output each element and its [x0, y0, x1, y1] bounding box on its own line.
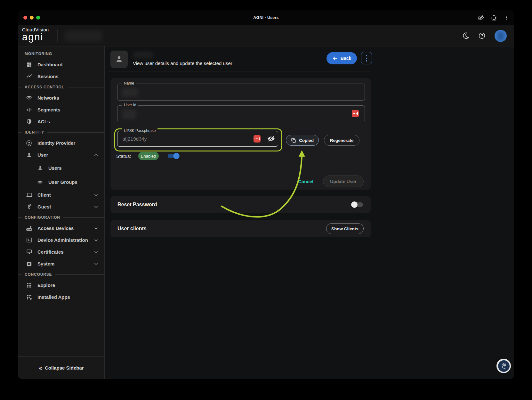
chevron-down-icon: [93, 204, 99, 209]
user-name-redacted: [133, 52, 153, 58]
dashboard-icon: [26, 61, 32, 68]
sidebar-item-networks[interactable]: Networks: [18, 92, 104, 104]
apps-grid-icon: [26, 282, 32, 289]
status-label: Status:: [116, 153, 131, 159]
sidebar-item-client[interactable]: Client: [18, 189, 104, 201]
close-window-button[interactable]: [23, 16, 27, 20]
identity-provider-icon: [26, 140, 32, 146]
collapse-sidebar-button[interactable]: « Collapse Sidebar: [18, 356, 104, 379]
sidebar-item-acls[interactable]: ACLs: [18, 116, 104, 127]
collapse-icon: «: [39, 364, 42, 371]
org-name-redacted: [65, 31, 102, 41]
password-manager-icon[interactable]: [254, 135, 261, 143]
sidebar-item-device-administration[interactable]: Device Administration: [18, 234, 104, 246]
page-subtitle: View user details and update the selecte…: [133, 61, 232, 66]
avatar-redacted: [497, 32, 504, 40]
copied-button[interactable]: Copied: [286, 135, 319, 146]
sidebar-item-identity-provider[interactable]: Identity Provider: [18, 137, 104, 149]
regenerate-button[interactable]: Regenerate: [324, 135, 359, 146]
update-user-button[interactable]: Update User: [323, 176, 364, 187]
window-title: AGNI - Users: [18, 15, 514, 20]
user-id-field[interactable]: User Id: [117, 105, 365, 122]
traffic-lights: [23, 16, 40, 20]
sidebar-item-dashboard[interactable]: Dashboard: [18, 59, 104, 70]
laptop-icon: [26, 192, 32, 198]
sidebar-item-explore[interactable]: Explore: [18, 279, 104, 291]
chevron-down-icon: [93, 249, 99, 255]
maximize-window-button[interactable]: [36, 16, 40, 20]
sidebar-item-certificates[interactable]: Certificates: [18, 246, 104, 258]
upsk-value: sfj219d34y: [123, 131, 147, 146]
sidebar-item-access-devices[interactable]: Access Devices: [18, 222, 104, 234]
chevron-down-icon: [93, 192, 99, 198]
status-row: Status: Enabled: [116, 152, 179, 160]
user-details-card: Name User Id UPSK Passphrase sfj219d34y …: [110, 78, 371, 190]
sidebar-item-sessions[interactable]: Sessions: [18, 70, 104, 82]
status-badge: Enabled: [138, 152, 159, 160]
more-options-button[interactable]: [361, 52, 372, 64]
brand-line2: agni: [22, 32, 49, 42]
more-options-icon: [366, 55, 367, 61]
main-content: View user details and update the selecte…: [105, 46, 514, 379]
sidebar-section-configuration: CONFIGURATION: [18, 213, 104, 222]
brand-separator: [58, 29, 58, 42]
assistant-badge-icon[interactable]: [496, 359, 511, 373]
app-header: CloudVision agni: [18, 25, 514, 46]
cancel-button[interactable]: Cancel: [298, 179, 313, 184]
reset-password-label: Reset Password: [117, 202, 157, 208]
shield-icon: [26, 118, 32, 125]
user-icon: [26, 152, 32, 158]
hide-eye-icon[interactable]: [478, 14, 484, 21]
user-clients-card: User clients Show Clients: [110, 220, 371, 237]
moon-icon[interactable]: [462, 32, 469, 39]
router-icon: [26, 225, 32, 232]
extensions-icon[interactable]: [491, 15, 497, 21]
sidebar-section-identity: IDENTITY: [18, 127, 104, 137]
status-toggle[interactable]: [167, 152, 179, 160]
user-icon: [37, 165, 43, 171]
minimize-window-button[interactable]: [30, 16, 34, 20]
cloudvision-agni-logo: CloudVision agni: [22, 27, 49, 42]
password-manager-icon[interactable]: [352, 110, 359, 117]
sidebar-section-access-control: ACCESS CONTROL: [18, 82, 104, 92]
sidebar-section-monitoring: MONITORING: [18, 49, 104, 59]
chevron-down-icon: [93, 261, 99, 266]
back-arrow-icon: [332, 55, 338, 61]
browser-titlebar: AGNI - Users: [18, 10, 514, 25]
name-field[interactable]: Name: [117, 84, 365, 101]
chevron-down-icon: [93, 238, 99, 243]
show-clients-button[interactable]: Show Clients: [326, 223, 364, 234]
back-button[interactable]: Back: [326, 52, 357, 64]
sidebar: MONITORING Dashboard Sessions ACCESS CON…: [18, 46, 105, 379]
browser-menu-icon[interactable]: [504, 15, 509, 20]
name-value-redacted: [122, 88, 138, 97]
user-avatar[interactable]: [495, 30, 507, 42]
sidebar-item-users[interactable]: Users: [18, 161, 104, 175]
sidebar-item-user[interactable]: User: [18, 149, 104, 161]
help-icon[interactable]: [478, 32, 486, 39]
user-id-field-label: User Id: [122, 103, 138, 107]
name-field-label: Name: [122, 81, 136, 86]
user-detail-avatar: [110, 51, 128, 68]
wifi-icon: [26, 95, 32, 101]
reset-password-toggle[interactable]: [352, 201, 364, 208]
segments-icon: [26, 107, 32, 113]
sidebar-item-guest[interactable]: Guest: [18, 201, 104, 213]
assistant-badge-inner: [498, 360, 510, 372]
sidebar-item-installed-apps[interactable]: Installed Apps: [18, 291, 104, 303]
app-window: AGNI - Users CloudVision agni: [18, 10, 514, 379]
hide-passphrase-icon[interactable]: [267, 134, 276, 143]
form-actions: Cancel Update User: [110, 173, 371, 190]
chevron-up-icon: [93, 152, 99, 158]
installed-apps-icon: [26, 294, 32, 300]
sidebar-section-concourse: CONCOURSE: [18, 270, 104, 279]
certificate-icon: [26, 249, 32, 255]
sidebar-item-user-groups[interactable]: User Groups: [18, 175, 104, 189]
header-divider: [108, 71, 371, 71]
copy-icon: [291, 138, 296, 143]
sidebar-item-system[interactable]: System: [18, 258, 104, 270]
guest-icon: [26, 204, 32, 210]
sidebar-item-segments[interactable]: Segments: [18, 104, 104, 116]
person-icon: [114, 54, 124, 64]
gear-icon: [26, 261, 32, 267]
